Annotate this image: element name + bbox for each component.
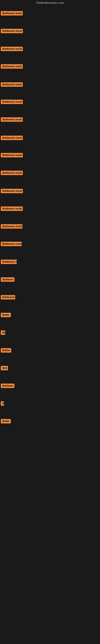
bottleneck-badge-11[interactable]: Bottleneck result xyxy=(1,189,23,193)
bottleneck-badge-18[interactable]: Bottle xyxy=(1,313,11,317)
badge-row-24: Bottle xyxy=(1,419,11,424)
badge-row-11: Bottleneck result xyxy=(1,189,23,194)
bottleneck-badge-19[interactable]: Bo xyxy=(1,330,5,335)
badge-row-15: Bottleneck re xyxy=(1,260,17,265)
bottleneck-badge-3[interactable]: Bottleneck result xyxy=(1,47,23,51)
badge-row-22: Bottlenec xyxy=(1,384,14,389)
bottleneck-badge-13[interactable]: Bottleneck result xyxy=(1,224,22,228)
bottleneck-badge-16[interactable]: Bottlenec xyxy=(1,277,14,282)
badge-row-21: Bott xyxy=(1,366,8,371)
badge-row-5: Bottleneck result xyxy=(1,82,23,88)
badge-row-13: Bottleneck result xyxy=(1,224,22,230)
badge-row-1: Bottleneck result xyxy=(1,11,23,16)
badge-row-9: Bottleneck result xyxy=(1,153,23,158)
bottleneck-badge-6[interactable]: Bottleneck result xyxy=(1,100,23,104)
badge-row-19: Bo xyxy=(1,330,5,336)
badge-row-4: Bottleneck result xyxy=(1,64,23,70)
bottleneck-badge-1[interactable]: Bottleneck result xyxy=(1,11,23,16)
bottleneck-badge-20[interactable]: Bottler xyxy=(1,348,11,352)
bottleneck-badge-7[interactable]: Bottleneck result xyxy=(1,117,23,122)
bottleneck-badge-5[interactable]: Bottleneck result xyxy=(1,82,23,87)
badge-row-3: Bottleneck result xyxy=(1,47,23,52)
bottleneck-badge-8[interactable]: Bottleneck result xyxy=(1,136,23,140)
badge-row-17: Bottleneck xyxy=(1,295,15,300)
badge-row-8: Bottleneck result xyxy=(1,136,23,141)
badge-row-18: Bottle xyxy=(1,313,11,318)
badge-row-7: Bottleneck result xyxy=(1,117,23,122)
bottleneck-badge-15[interactable]: Bottleneck re xyxy=(1,260,17,264)
badge-row-16: Bottlenec xyxy=(1,277,14,282)
bottleneck-badge-22[interactable]: Bottlenec xyxy=(1,384,14,388)
bottleneck-badge-23[interactable]: B xyxy=(1,401,4,406)
page-wrapper: TheBottlenecker.com Bottleneck resultBot… xyxy=(0,0,100,644)
bottleneck-badge-14[interactable]: Bottleneck result xyxy=(1,242,22,246)
bottleneck-badge-21[interactable]: Bott xyxy=(1,366,8,370)
badge-row-10: Bottleneck result xyxy=(1,171,23,176)
badge-row-14: Bottleneck result xyxy=(1,242,22,247)
bottleneck-badge-2[interactable]: Bottleneck result xyxy=(1,29,23,33)
bottleneck-badge-17[interactable]: Bottleneck xyxy=(1,295,15,300)
badge-row-12: Bottleneck result xyxy=(1,206,23,212)
badge-row-20: Bottler xyxy=(1,348,11,354)
badge-row-23: B xyxy=(1,401,4,406)
badge-row-6: Bottleneck result xyxy=(1,100,23,105)
badges-area: Bottleneck resultBottleneck resultBottle… xyxy=(0,6,100,448)
bottleneck-badge-9[interactable]: Bottleneck result xyxy=(1,153,23,158)
site-title: TheBottlenecker.com xyxy=(0,0,100,6)
badge-row-2: Bottleneck result xyxy=(1,29,23,34)
bottleneck-badge-4[interactable]: Bottleneck result xyxy=(1,64,23,69)
bottleneck-badge-24[interactable]: Bottle xyxy=(1,419,11,424)
bottleneck-badge-10[interactable]: Bottleneck result xyxy=(1,171,23,175)
bottleneck-badge-12[interactable]: Bottleneck result xyxy=(1,206,23,211)
